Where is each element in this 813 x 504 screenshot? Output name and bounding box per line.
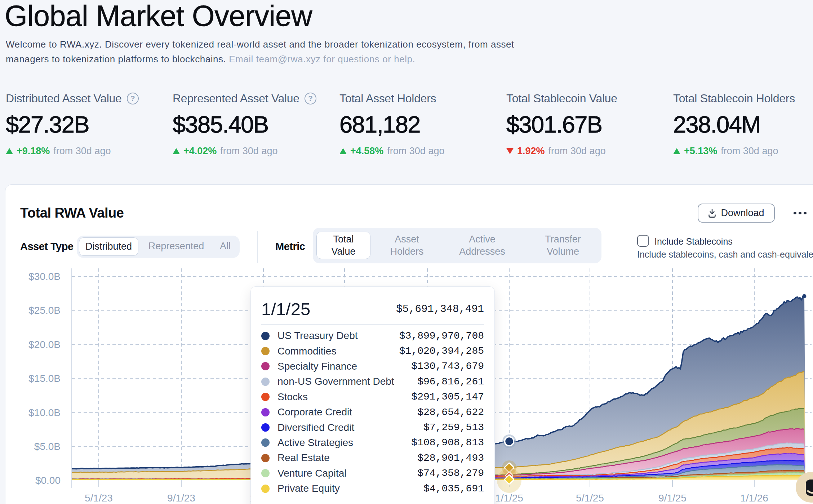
svg-text:$5.0B: $5.0B bbox=[34, 441, 61, 452]
svg-text:$20.0B: $20.0B bbox=[28, 339, 61, 350]
svg-text:5/1/23: 5/1/23 bbox=[85, 492, 113, 504]
svg-text:1/1/26: 1/1/26 bbox=[740, 492, 768, 504]
svg-text:$30.0B: $30.0B bbox=[28, 271, 61, 282]
svg-text:9/1/25: 9/1/25 bbox=[658, 492, 687, 504]
svg-text:5/1/25: 5/1/25 bbox=[576, 492, 604, 504]
svg-text:$15.0B: $15.0B bbox=[28, 373, 61, 384]
svg-text:$0.00: $0.00 bbox=[35, 475, 61, 486]
svg-text:9/1/23: 9/1/23 bbox=[167, 492, 195, 504]
svg-text:1/1/25: 1/1/25 bbox=[495, 492, 523, 504]
svg-text:$25.0B: $25.0B bbox=[28, 305, 61, 316]
svg-text:$10.0B: $10.0B bbox=[28, 407, 61, 418]
